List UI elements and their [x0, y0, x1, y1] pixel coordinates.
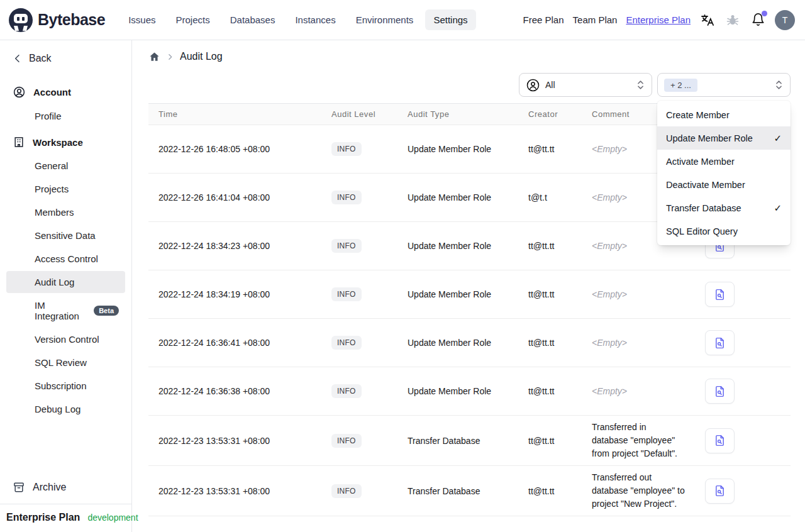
nav-item-environments[interactable]: Environments: [348, 9, 422, 30]
nav-right-cluster: Free Plan Team Plan Enterprise Plan: [523, 10, 795, 30]
app-window: Bytebase Issues Projects Databases Insta…: [0, 0, 805, 532]
menu-item-create-member[interactable]: Create Member: [657, 103, 791, 126]
sidebar-item-general[interactable]: General: [6, 155, 125, 177]
audit-type-filter-value: + 2 ...: [664, 79, 697, 92]
cell-time: 2022-12-26 16:48:05 +08:00: [148, 125, 321, 174]
cell-audit-type: Transfer Database: [397, 416, 518, 466]
sidebar-item-members[interactable]: Members: [6, 201, 125, 223]
audit-level-badge: INFO: [331, 484, 362, 498]
select-chevrons-icon: [636, 79, 645, 91]
section-workspace-label: Workspace: [33, 137, 83, 148]
cell-audit-type: Update Member Role: [397, 125, 518, 174]
cell-time: 2022-12-26 16:41:04 +08:00: [148, 174, 321, 222]
bytebase-logo[interactable]: Bytebase: [9, 8, 105, 32]
menu-item-transfer-database[interactable]: Transfer Database ✓: [657, 196, 791, 219]
cell-creator: tt@tt.tt: [518, 222, 582, 270]
sidebar-item-profile[interactable]: Profile: [6, 105, 125, 127]
cell-creator: tt@tt.tt: [518, 466, 582, 516]
cell-audit-type: Transfer Database: [397, 466, 518, 516]
cell-comment: <Empty>: [582, 367, 695, 416]
nav-item-projects[interactable]: Projects: [168, 9, 218, 30]
im-integration-label: IM Integration: [35, 300, 89, 321]
audit-level-badge: INFO: [331, 287, 362, 301]
audit-level-badge: INFO: [331, 434, 362, 448]
breadcrumb: Audit Log: [148, 49, 791, 64]
nav-item-instances[interactable]: Instances: [287, 9, 343, 30]
environment-link[interactable]: development: [87, 513, 138, 523]
beta-badge: Beta: [94, 306, 119, 316]
sidebar-item-projects[interactable]: Projects: [6, 178, 125, 200]
cell-creator: tt@tt.tt: [518, 367, 582, 416]
view-detail-button[interactable]: [705, 428, 735, 453]
sidebar-item-sensitive-data[interactable]: Sensitive Data: [6, 224, 125, 247]
team-plan-link[interactable]: Team Plan: [573, 14, 618, 25]
select-chevrons-icon: [774, 79, 784, 91]
archive-icon: [13, 481, 25, 494]
view-detail-button[interactable]: [705, 282, 735, 307]
enterprise-plan-link[interactable]: Enterprise Plan: [626, 14, 691, 25]
sidebar-item-audit-log[interactable]: Audit Log: [6, 271, 125, 293]
cell-creator: t@t.t: [518, 174, 582, 222]
chevron-left-icon: [13, 53, 23, 64]
current-plan-label: Enterprise Plan: [6, 512, 80, 523]
sidebar-item-subscription[interactable]: Subscription: [6, 375, 125, 397]
translate-icon[interactable]: [699, 12, 716, 28]
sidebar-item-version-control[interactable]: Version Control: [6, 328, 125, 350]
audit-level-badge: INFO: [331, 239, 362, 253]
cell-time: 2022-12-23 13:53:31 +08:00: [148, 466, 321, 516]
creator-filter-value: All: [545, 80, 555, 90]
cell-comment: Transferred out database "employee" to p…: [582, 466, 695, 516]
check-icon: ✓: [774, 202, 782, 214]
sidebar-item-im-integration[interactable]: IM Integration Beta: [6, 294, 125, 327]
table-row: 2022-12-24 16:36:38 +08:00 INFO Update M…: [148, 367, 791, 416]
user-avatar[interactable]: T: [775, 10, 795, 30]
column-header-time: Time: [148, 104, 321, 125]
view-detail-button[interactable]: [705, 379, 735, 404]
menu-item-sql-editor-query[interactable]: SQL Editor Query: [657, 219, 791, 243]
column-header-audit-level: Audit Level: [321, 104, 397, 125]
back-button[interactable]: Back: [6, 49, 125, 68]
free-plan-link[interactable]: Free Plan: [523, 14, 564, 25]
audit-level-badge: INFO: [331, 191, 362, 204]
audit-level-badge: INFO: [331, 336, 362, 350]
archive-label: Archive: [33, 482, 66, 493]
menu-item-update-member-role[interactable]: Update Member Role ✓: [657, 126, 791, 150]
cell-comment: Transferred in database "employee" from …: [582, 416, 695, 466]
nav-item-settings[interactable]: Settings: [425, 9, 475, 30]
settings-sidebar: Back Account Profile Workspace General P…: [0, 40, 132, 532]
menu-item-deactivate-member[interactable]: Deactivate Member: [657, 173, 791, 196]
account-icon: [13, 86, 26, 99]
brand-name: Bytebase: [38, 11, 105, 29]
sidebar-item-access-control[interactable]: Access Control: [6, 248, 125, 270]
cell-creator: tt@tt.tt: [518, 270, 582, 319]
nav-item-issues[interactable]: Issues: [120, 9, 164, 30]
cell-audit-type: Update Member Role: [397, 367, 518, 416]
home-icon[interactable]: [148, 51, 160, 63]
column-header-creator: Creator: [518, 104, 582, 125]
cell-time: 2022-12-24 18:34:23 +08:00: [148, 222, 321, 270]
bug-icon[interactable]: [724, 12, 741, 28]
workspace-icon: [13, 136, 25, 148]
view-detail-button[interactable]: [705, 330, 735, 355]
audit-type-filter-select[interactable]: + 2 ...: [657, 73, 791, 97]
table-row: 2022-12-24 18:34:19 +08:00 INFO Update M…: [148, 270, 791, 319]
nav-item-databases[interactable]: Databases: [222, 9, 284, 30]
notification-bell-icon[interactable]: [750, 12, 766, 28]
main-nav: Issues Projects Databases Instances Envi…: [120, 9, 475, 30]
audit-type-dropdown-menu: Create Member Update Member Role ✓ Activ…: [657, 101, 791, 245]
sidebar-item-debug-log[interactable]: Debug Log: [6, 398, 125, 420]
cell-creator: tt@tt.tt: [518, 125, 582, 174]
breadcrumb-current: Audit Log: [180, 51, 223, 62]
column-header-audit-type: Audit Type: [397, 104, 518, 125]
creator-filter-select[interactable]: All: [519, 73, 652, 97]
top-nav: Bytebase Issues Projects Databases Insta…: [0, 0, 805, 40]
filter-bar: All + 2 ... Create Member: [148, 73, 791, 97]
section-workspace: Workspace: [6, 131, 125, 153]
cell-audit-type: Update Member Role: [397, 222, 518, 270]
cell-time: 2022-12-24 16:36:38 +08:00: [148, 367, 321, 416]
archive-button[interactable]: Archive: [6, 475, 125, 500]
notification-dot: [762, 11, 767, 16]
view-detail-button[interactable]: [705, 479, 735, 504]
sidebar-item-sql-review[interactable]: SQL Review: [6, 352, 125, 374]
menu-item-activate-member[interactable]: Activate Member: [657, 150, 791, 173]
